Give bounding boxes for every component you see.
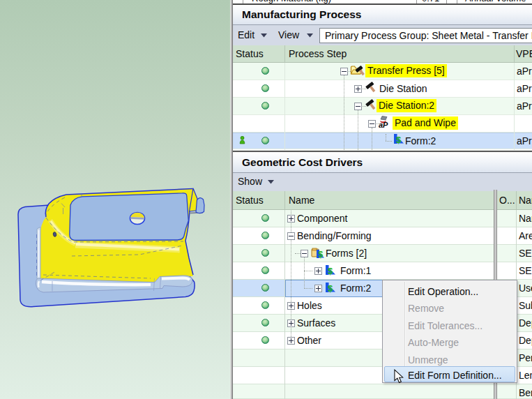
svg-text:$: $: [328, 283, 333, 294]
svg-text:$: $: [328, 266, 333, 276]
svg-text:$: $: [319, 250, 324, 259]
svg-text:aP: aP: [379, 121, 388, 129]
svg-text:$: $: [396, 135, 402, 145]
